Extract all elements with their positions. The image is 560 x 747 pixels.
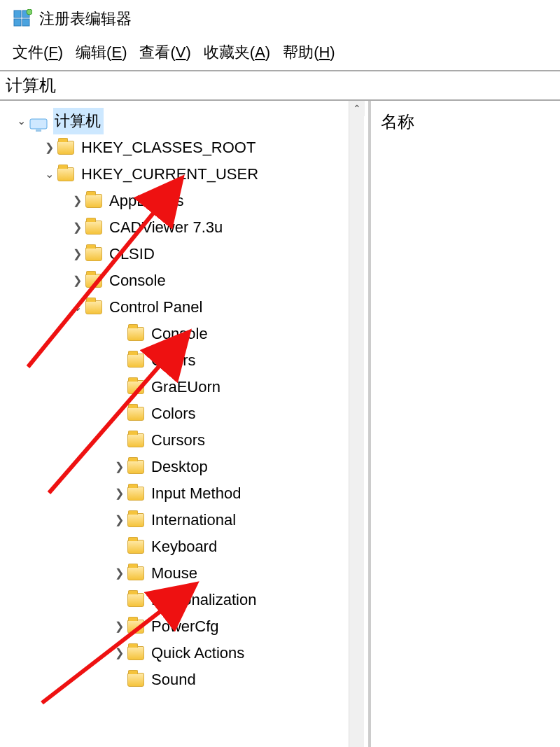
- tree-label: PowerCfg: [151, 613, 219, 640]
- expand-icon: ·: [112, 427, 126, 454]
- folder-icon: [127, 380, 144, 394]
- regedit-window: 注册表编辑器 文件(F) 编辑(E) 查看(V) 收藏夹(A) 帮助(H) 计算…: [0, 0, 560, 747]
- svg-rect-5: [30, 119, 47, 129]
- menu-help[interactable]: 帮助(H): [283, 42, 335, 63]
- folder-icon: [57, 141, 74, 155]
- tree-label: International: [151, 507, 236, 533]
- tree-node-cp-quick-actions[interactable]: ❯ Quick Actions: [4, 640, 368, 666]
- expand-icon: ·: [112, 666, 126, 693]
- tree-label: HKEY_CLASSES_ROOT: [81, 134, 255, 161]
- folder-icon: [127, 513, 144, 527]
- tree-node-cp-console[interactable]: · Console: [4, 321, 368, 347]
- tree-node-cp-keyboard[interactable]: · Keyboard: [4, 533, 368, 560]
- tree-label: Console: [151, 321, 208, 347]
- expand-icon[interactable]: ❯: [112, 560, 126, 587]
- tree-node-cp-personalization[interactable]: · Personalization: [4, 587, 368, 613]
- tree-node-clsid[interactable]: ❯ CLSID: [4, 241, 368, 267]
- folder-icon: [127, 460, 144, 474]
- expand-icon: ·: [112, 587, 126, 613]
- computer-icon: [29, 114, 48, 128]
- folder-icon: [85, 247, 102, 261]
- tree-node-cp-colors2[interactable]: · Colors: [4, 400, 368, 427]
- tree-node-cp-powercfg[interactable]: ❯ PowerCfg: [4, 613, 368, 640]
- folder-icon: [127, 566, 144, 580]
- folder-icon: [127, 487, 144, 501]
- scroll-up-icon[interactable]: ⌃: [349, 101, 365, 116]
- tree-label: GraEUorn: [151, 374, 220, 400]
- tree-node-cp-cursors[interactable]: · Cursors: [4, 427, 368, 454]
- tree-node-cp-mouse[interactable]: ❯ Mouse: [4, 560, 368, 587]
- tree-label: CLSID: [109, 241, 155, 267]
- tree-label: 计算机: [53, 108, 104, 134]
- tree-node-cp-colors[interactable]: · Colors: [4, 347, 368, 374]
- folder-icon: [85, 221, 102, 235]
- menu-favorites[interactable]: 收藏夹(A): [204, 42, 270, 63]
- collapse-icon[interactable]: ⌄: [14, 108, 28, 134]
- tree-node-cp-bluetooth[interactable]: · GraEUorn: [4, 374, 368, 400]
- menu-edit[interactable]: 编辑(E): [76, 42, 127, 63]
- tree-node-cp-input-method[interactable]: ❯ Input Method: [4, 480, 368, 507]
- svg-rect-6: [36, 130, 41, 132]
- address-bar[interactable]: 计算机: [0, 71, 560, 101]
- menu-file[interactable]: 文件(F): [13, 42, 63, 63]
- tree-node-cp-desktop[interactable]: ❯ Desktop: [4, 454, 368, 480]
- tree-node-computer[interactable]: ⌄ 计算机: [4, 108, 368, 134]
- tree-label: Sound: [151, 666, 196, 693]
- collapse-icon[interactable]: ⌄: [42, 161, 56, 188]
- tree-label: Input Method: [151, 480, 241, 507]
- tree-node-control-panel[interactable]: ⌄ Control Panel: [4, 294, 368, 321]
- tree-label: Mouse: [151, 560, 197, 587]
- expand-icon[interactable]: ❯: [112, 480, 126, 507]
- tree-node-appevents[interactable]: ❯ AppEvents: [4, 188, 368, 214]
- expand-icon[interactable]: ❯: [112, 454, 126, 480]
- menu-view[interactable]: 查看(V): [139, 42, 190, 63]
- folder-icon: [127, 407, 144, 421]
- values-pane: 名称: [371, 101, 560, 747]
- tree-node-hkcu[interactable]: ⌄ HKEY_CURRENT_USER: [4, 161, 368, 188]
- expand-icon: ·: [112, 321, 126, 347]
- folder-icon: [127, 673, 144, 687]
- tree-label: Desktop: [151, 454, 208, 480]
- expand-icon: ·: [112, 374, 126, 400]
- expand-icon[interactable]: ❯: [112, 613, 126, 640]
- split-pane: ⌄ 计算机 ❯ HKEY_CLASSES_ROOT ⌄ HKEY_CURRENT…: [0, 101, 560, 747]
- svg-rect-0: [14, 11, 21, 18]
- expand-icon[interactable]: ❯: [70, 188, 84, 214]
- svg-rect-2: [14, 19, 21, 26]
- address-bar-text: 计算机: [6, 76, 56, 95]
- tree-label: HKEY_CURRENT_USER: [81, 161, 258, 188]
- tree-label: AppEvents: [109, 188, 183, 214]
- tree-node-cp-sound[interactable]: · Sound: [4, 666, 368, 693]
- expand-icon[interactable]: ❯: [70, 241, 84, 267]
- tree-label: Personalization: [151, 587, 256, 613]
- folder-icon: [85, 194, 102, 208]
- tree-scrollbar[interactable]: ⌃: [349, 101, 364, 747]
- expand-icon[interactable]: ❯: [70, 214, 84, 241]
- collapse-icon[interactable]: ⌄: [70, 294, 84, 321]
- expand-icon: ·: [112, 533, 126, 560]
- folder-icon: [57, 167, 74, 181]
- expand-icon[interactable]: ❯: [42, 134, 56, 161]
- tree-node-hkcr[interactable]: ❯ HKEY_CLASSES_ROOT: [4, 134, 368, 161]
- regedit-app-icon: [13, 9, 32, 29]
- expand-icon[interactable]: ❯: [112, 507, 126, 533]
- folder-icon: [127, 354, 144, 368]
- folder-icon: [127, 540, 144, 554]
- column-header-name[interactable]: 名称: [381, 111, 550, 133]
- tree-label: Console: [109, 267, 166, 294]
- tree-node-console[interactable]: ❯ Console: [4, 267, 368, 294]
- title-bar: 注册表编辑器: [0, 0, 560, 36]
- menu-bar: 文件(F) 编辑(E) 查看(V) 收藏夹(A) 帮助(H): [0, 36, 560, 71]
- tree-node-cp-international[interactable]: ❯ International: [4, 507, 368, 533]
- folder-icon: [127, 620, 144, 634]
- tree-label: Cursors: [151, 427, 205, 454]
- folder-icon: [127, 433, 144, 447]
- expand-icon: ·: [112, 347, 126, 374]
- folder-icon: [127, 646, 144, 660]
- expand-icon[interactable]: ❯: [112, 640, 126, 666]
- tree-label: Colors: [151, 347, 196, 374]
- svg-point-4: [27, 9, 32, 15]
- expand-icon[interactable]: ❯: [70, 267, 84, 294]
- tree-node-cadviewer[interactable]: ❯ CADViewer 7.3u: [4, 214, 368, 241]
- folder-icon: [127, 593, 144, 607]
